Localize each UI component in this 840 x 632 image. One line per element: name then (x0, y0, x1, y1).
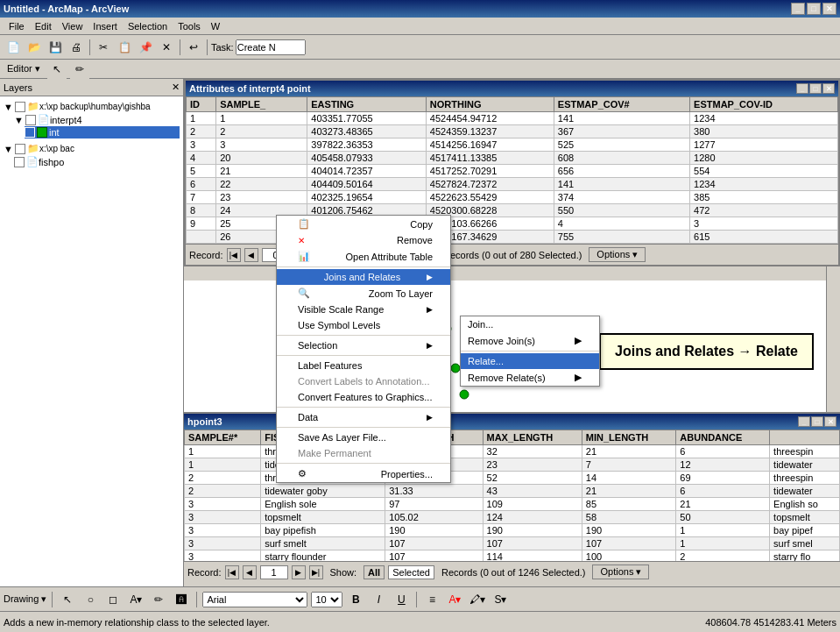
nav-prev-top[interactable]: ◀ (244, 248, 258, 262)
shadow[interactable]: S▾ (491, 590, 510, 609)
menu-tools[interactable]: Tools (173, 19, 206, 33)
ctx-joins-relates[interactable]: Joins and Relates ▶ (277, 269, 450, 285)
table-row[interactable]: 3starry flounder1071141002starry flo (185, 550, 840, 562)
attr-table-bottom-minimize[interactable]: _ (798, 416, 810, 427)
layer-checkbox-2[interactable] (15, 144, 25, 154)
options-btn-top[interactable]: Options ▾ (589, 247, 646, 262)
attr-table-top-minimize[interactable]: _ (796, 83, 808, 94)
col-header-sample[interactable]: SAMPLE_ (216, 97, 307, 112)
layer-checkbox-1[interactable] (15, 102, 25, 112)
table-row[interactable]: 3English sole971098521English so (185, 498, 840, 511)
col-header-extra[interactable] (770, 430, 840, 445)
col-header-northing[interactable]: NORTHING (426, 97, 554, 112)
new-button[interactable]: 📄 (4, 38, 23, 57)
layer-checkbox-interpt4[interactable] (25, 115, 36, 125)
menu-file[interactable]: File (4, 19, 30, 33)
cut-button[interactable]: ✂ (94, 38, 113, 57)
tool-2[interactable]: ○ (81, 590, 100, 609)
font-color[interactable]: A▾ (445, 590, 464, 609)
menu-view[interactable]: View (57, 19, 88, 33)
col-header-id[interactable]: ID (187, 97, 216, 112)
menu-selection[interactable]: Selection (123, 19, 173, 33)
ctx-convert-features[interactable]: Convert Features to Graphics... (277, 389, 450, 405)
nav-next-bottom[interactable]: ▶ (292, 565, 306, 579)
task-input[interactable] (236, 39, 306, 55)
col-header-min-length[interactable]: MIN_LENGTH (582, 430, 676, 445)
layer-group-2[interactable]: ▼ 📁 x:\xp bac (4, 142, 180, 155)
ctx-open-attr[interactable]: 📊 Open Attribute Table (277, 248, 450, 265)
menu-window[interactable]: W (206, 19, 225, 33)
menu-insert[interactable]: Insert (88, 19, 123, 33)
table-row[interactable]: 3surf smelt1071071071surf smel (185, 537, 840, 550)
layer-int[interactable]: int (25, 126, 180, 138)
edit-pointer[interactable]: ↖ (47, 60, 67, 79)
show-all-bottom[interactable]: All (364, 565, 385, 579)
table-row[interactable]: 3bay pipefish1901901901bay pipef (185, 524, 840, 537)
ctx-remove[interactable]: ✕ Remove (277, 232, 450, 248)
table-row[interactable]: 2tidewater goby31.3343216tidewater (185, 485, 840, 498)
col-header-estmap-cov[interactable]: ESTMAP_COV# (554, 97, 689, 112)
layer-checkbox-fishpo[interactable] (14, 157, 25, 167)
table-row[interactable]: 33397822.363534514256.169475251277 (187, 138, 838, 152)
undo-button[interactable]: ↩ (184, 38, 203, 57)
layer-group-1[interactable]: ▼ 📁 x:\xp backup\humbay\gishba (4, 100, 180, 113)
ctx-visible-scale[interactable]: Visible Scale Range ▶ (277, 302, 450, 317)
ctx-data[interactable]: Data ▶ (277, 409, 450, 425)
close-button[interactable]: ✕ (822, 3, 836, 15)
nav-prev-bottom[interactable]: ◀ (243, 565, 257, 579)
submenu-remove-join[interactable]: Remove Join(s) ▶ (461, 332, 599, 349)
tool-3[interactable]: ◻ (103, 590, 123, 609)
delete-button[interactable]: ✕ (157, 38, 176, 57)
ctx-label-features[interactable]: Label Features (277, 358, 450, 373)
font-size-select[interactable]: 10 (311, 592, 342, 607)
table-row[interactable]: 22403273.483654524359.13237367380 (187, 125, 838, 138)
submenu-join[interactable]: Join... (461, 316, 599, 332)
submenu-relate[interactable]: Relate... (461, 353, 599, 369)
col-header-max-length[interactable]: MAX_LENGTH (483, 430, 582, 445)
layer-fishpo[interactable]: 📄 fishpo (14, 155, 180, 168)
font-name-select[interactable]: Arial (202, 592, 307, 607)
layer-checkbox-int[interactable] (25, 127, 35, 138)
col-header-abundance[interactable]: ABUNDANCE (676, 430, 770, 445)
col-header-easting[interactable]: EASTING (307, 97, 427, 112)
italic-button[interactable]: I (369, 590, 388, 609)
maximize-button[interactable]: □ (807, 3, 821, 15)
save-button[interactable]: 💾 (46, 38, 65, 57)
options-btn-bottom[interactable]: Options ▾ (592, 565, 649, 579)
minimize-button[interactable]: _ (791, 3, 805, 15)
attr-table-top-close[interactable]: ✕ (822, 83, 835, 94)
highlight-color[interactable]: 🖍▾ (468, 590, 487, 609)
col-header-estmap-cov-id[interactable]: ESTMAP_COV-ID (690, 97, 838, 112)
ctx-properties[interactable]: ⚙ Properties... (277, 465, 450, 482)
attr-table-bottom-buttons[interactable]: _ □ ✕ (798, 416, 836, 427)
print-button[interactable]: 🖨 (67, 38, 86, 57)
tool-5[interactable]: ✏ (149, 590, 168, 609)
edit-pencil[interactable]: ✏ (70, 60, 89, 79)
layer-interpt4[interactable]: ▼ 📄 interpt4 (14, 113, 180, 126)
ctx-copy[interactable]: 📋 Copy (277, 216, 450, 232)
nav-first-top[interactable]: |◀ (227, 248, 241, 262)
table-row[interactable]: 420405458.079334517411.133856081280 (187, 152, 838, 165)
bold-button[interactable]: B (346, 590, 365, 609)
table-row[interactable]: 11403351.770554524454.947121411234 (187, 112, 838, 125)
pointer-tool[interactable]: ↖ (58, 590, 77, 609)
record-input-bottom[interactable] (260, 565, 288, 579)
open-button[interactable]: 📂 (25, 38, 44, 57)
table-row[interactable]: 3topsmelt105.021245850topsmelt (185, 511, 840, 524)
menu-edit[interactable]: Edit (30, 19, 57, 33)
table-row[interactable]: 521404014.723574517252.70291656554 (187, 165, 838, 178)
ctx-symbol-levels[interactable]: Use Symbol Levels (277, 317, 450, 333)
tool-4[interactable]: A▾ (126, 590, 145, 609)
table-row[interactable]: 622404409.501644527824.723721411234 (187, 178, 838, 191)
nav-first-bottom[interactable]: |◀ (225, 565, 239, 579)
paste-button[interactable]: 📌 (136, 38, 155, 57)
attr-table-bottom-restore[interactable]: □ (811, 416, 823, 427)
show-selected-bottom[interactable]: Selected (388, 565, 434, 579)
tool-6[interactable]: 🅰 (172, 590, 191, 609)
ctx-selection[interactable]: Selection ▶ (277, 337, 450, 353)
ctx-zoom-layer[interactable]: 🔍 Zoom To Layer (277, 285, 450, 302)
nav-last-bottom[interactable]: ▶| (309, 565, 323, 579)
attr-table-top-buttons[interactable]: _ □ ✕ (796, 83, 835, 94)
ctx-save-layer[interactable]: Save As Layer File... (277, 430, 450, 445)
title-bar-buttons[interactable]: _ □ ✕ (791, 3, 836, 15)
